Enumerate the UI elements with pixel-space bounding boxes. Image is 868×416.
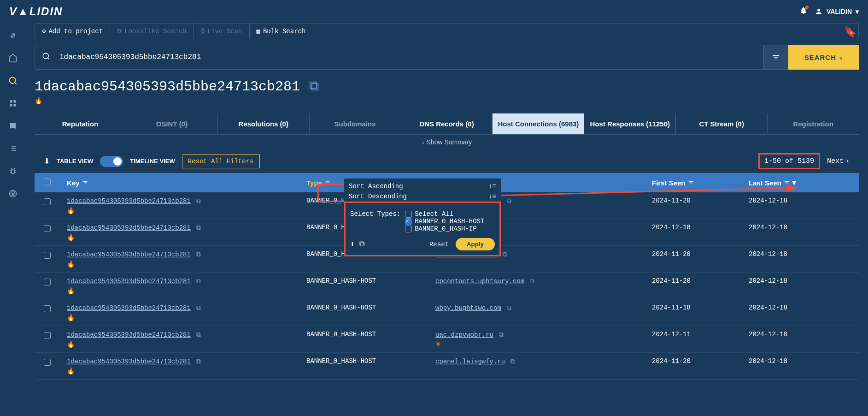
copy-key-icon[interactable]: ⧉ — [196, 357, 201, 365]
add-to-project-button[interactable]: ⊕Add to project — [35, 24, 110, 39]
value-link[interactable]: uac.dzpvwobr.ru — [435, 331, 493, 339]
notifications-icon[interactable] — [799, 6, 808, 17]
show-summary-toggle[interactable]: ↓ Show Summary — [35, 135, 859, 149]
row-checkbox[interactable] — [44, 332, 51, 339]
bulk-search-button[interactable]: ▦Bulk Search — [250, 24, 313, 39]
tab-0[interactable]: Reputation — [35, 113, 126, 134]
copy-key-icon[interactable]: ⧉ — [196, 250, 201, 258]
row-checkbox[interactable] — [44, 359, 51, 366]
home-icon[interactable] — [7, 53, 18, 64]
key-link[interactable]: 1dacabac954305393d5bbe24713cb281 — [67, 358, 191, 365]
bookmark-icon[interactable]: 🔖 — [844, 26, 856, 38]
threat-icon: 🔥 — [67, 260, 306, 267]
tab-2[interactable]: Resolutions (0) — [218, 113, 310, 134]
next-page-button[interactable]: Next › — [827, 157, 850, 165]
filter-option-1[interactable]: BANNER_0_HASH-HOST — [405, 218, 495, 225]
sort-menu: Sort Ascending↑≡ Sort Descending↓≡ — [344, 178, 501, 204]
copy-key-icon[interactable]: ⧉ — [196, 197, 201, 204]
key-link[interactable]: 1dacabac954305393d5bbe24713cb281 — [67, 304, 191, 312]
key-link[interactable]: 1dacabac954305393d5bbe24713cb281 — [67, 197, 191, 205]
row-checkbox[interactable] — [44, 198, 51, 205]
user-menu[interactable]: VALIDIN ▾ — [815, 7, 859, 16]
copy-value-icon[interactable]: ⧉ — [507, 304, 511, 311]
live-scan-button[interactable]: @Live Scan — [194, 24, 249, 39]
filter-checkbox-0[interactable] — [405, 211, 412, 218]
key-link[interactable]: 1dacabac954305393d5bbe24713cb281 — [67, 278, 191, 285]
tab-8[interactable]: Registration — [768, 113, 859, 134]
copy-value-icon[interactable]: ⧉ — [507, 197, 511, 204]
tab-5[interactable]: Host Connections (6983) — [493, 113, 584, 134]
select-all-checkbox[interactable] — [44, 178, 51, 185]
search-bar: SEARCH› — [35, 45, 859, 70]
tabs: ReputationOSINT (0)Resolutions (0)Subdom… — [35, 113, 859, 135]
value-link[interactable]: wbpy.bughtswo.com — [435, 304, 501, 312]
value-link[interactable]: cpcontacts.uphtsury.com — [435, 278, 524, 285]
type-cell: BANNER_0_HASH-HOST — [306, 277, 435, 285]
row-checkbox[interactable] — [44, 225, 51, 232]
copy-key-icon[interactable]: ⧉ — [196, 224, 201, 231]
search-input[interactable] — [59, 53, 756, 61]
select-types-label: Select Types: — [350, 210, 400, 232]
copy-value-icon[interactable]: ⧉ — [499, 331, 504, 338]
copy-key-icon[interactable]: ⧉ — [196, 277, 201, 285]
table-row: 1dacabac954305393d5bbe24713cb281 ⧉ 🔥 BAN… — [35, 299, 859, 326]
copy-value-icon[interactable]: ⧉ — [503, 250, 507, 258]
column-first-seen[interactable]: First Seen — [652, 179, 749, 187]
first-seen-cell: 2024-11-18 — [652, 304, 749, 311]
filter-option-2[interactable]: BANNER_0_HASH-IP — [405, 225, 495, 232]
filter-option-0[interactable]: Select All — [405, 210, 495, 218]
first-seen-cell: 2024-12-18 — [652, 224, 749, 231]
target-icon[interactable] — [7, 188, 18, 199]
threat-indicator-icon: 🔥 — [35, 97, 859, 104]
svg-point-14 — [12, 193, 13, 195]
row-checkbox[interactable] — [44, 279, 51, 285]
column-key[interactable]: Key — [67, 179, 306, 187]
row-checkbox[interactable] — [44, 252, 51, 259]
expand-icon[interactable] — [7, 30, 18, 41]
threat-icon: 🔥 — [67, 367, 306, 374]
search-button[interactable]: SEARCH› — [788, 45, 859, 70]
key-link[interactable]: 1dacabac954305393d5bbe24713cb281 — [67, 331, 191, 339]
filter-download-icon[interactable]: ⬇ — [350, 240, 355, 249]
tab-7[interactable]: CT Stream (0) — [676, 113, 768, 134]
reset-filters-button[interactable]: Reset All Filters — [182, 155, 260, 168]
svg-point-0 — [9, 77, 15, 83]
filter-copy-icon[interactable]: ⧉ — [359, 240, 364, 249]
copy-key-icon[interactable]: ⧉ — [196, 331, 201, 338]
tab-6[interactable]: Host Responses (11250) — [584, 113, 676, 134]
bug-icon[interactable] — [7, 166, 18, 177]
key-link[interactable]: 1dacabac954305393d5bbe24713cb281 — [67, 224, 191, 232]
search-icon[interactable] — [7, 75, 18, 86]
download-icon[interactable]: ⬇ — [44, 157, 50, 166]
search-filter-button[interactable] — [763, 45, 788, 70]
filter-checkbox-2[interactable] — [405, 226, 412, 232]
row-checkbox[interactable] — [44, 305, 51, 312]
last-seen-cell: 2024-12-18 — [749, 224, 850, 231]
grid-icon[interactable] — [7, 98, 18, 109]
column-last-seen[interactable]: Last Seen ▾ — [749, 178, 850, 187]
tab-1[interactable]: OSINT (0) — [126, 113, 218, 134]
key-link[interactable]: 1dacabac954305393d5bbe24713cb281 — [67, 251, 191, 258]
sort-desc-option[interactable]: Sort Descending↓≡ — [349, 191, 496, 202]
last-seen-cell: 2024-12-18 — [749, 250, 850, 258]
lookalike-search-button[interactable]: ⧉Lookalike Search — [110, 24, 194, 39]
book-icon[interactable] — [7, 120, 18, 131]
svg-rect-4 — [13, 104, 16, 107]
copy-value-icon[interactable]: ⧉ — [510, 357, 515, 365]
tab-4[interactable]: DNS Records (0) — [401, 113, 493, 134]
list-icon[interactable] — [7, 143, 18, 154]
value-link[interactable]: cpanel.laisgwfy.ru — [435, 358, 505, 365]
copy-key-icon[interactable]: ⧉ — [196, 304, 201, 311]
copy-value-icon[interactable]: ⧉ — [530, 277, 534, 285]
svg-rect-11 — [12, 169, 14, 174]
tab-3[interactable]: Subdomains — [310, 113, 401, 134]
view-toggle[interactable] — [100, 156, 123, 167]
action-toolbar: ⊕Add to project ⧉Lookalike Search @Live … — [35, 23, 859, 39]
threat-icon: 🔥 — [67, 233, 306, 241]
filter-reset-button[interactable]: Reset — [429, 241, 449, 248]
copy-title-icon[interactable]: ⧉ — [309, 79, 319, 95]
threat-icon: 🔥 — [67, 314, 306, 321]
filter-apply-button[interactable]: Apply — [456, 238, 495, 250]
sort-asc-option[interactable]: Sort Ascending↑≡ — [349, 181, 496, 191]
filter-checkbox-1[interactable] — [405, 218, 412, 225]
